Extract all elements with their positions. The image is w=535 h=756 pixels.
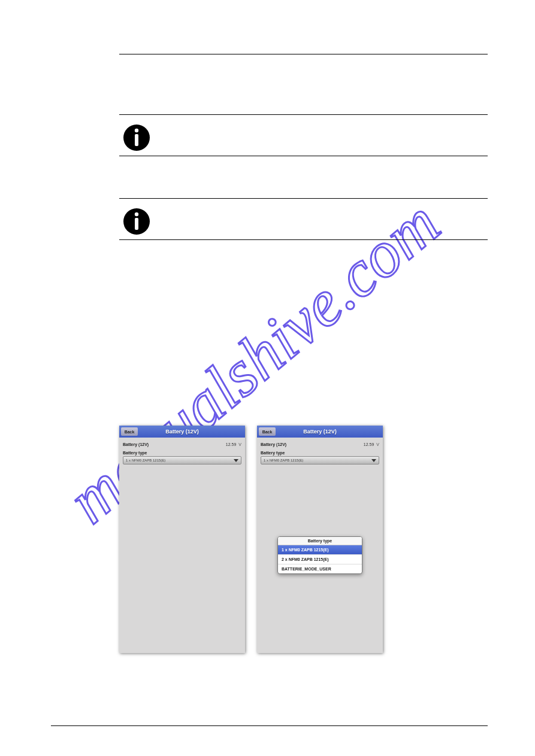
phone1-voltage-value: 12.59 (226, 442, 237, 447)
phone2-voltage-value: 12.59 (364, 442, 374, 447)
phone2-voltage-label: Battery (12V) (261, 442, 286, 447)
phone2-title: Battery (12V) (257, 429, 383, 435)
phone1-voltage-row: Battery (12V) 12.59 V (123, 440, 241, 448)
svg-point-1 (135, 129, 138, 132)
info-icon (122, 123, 151, 152)
phone2-batterytype-select[interactable]: 1 x NFM0 ZAPB 1215(E) (261, 456, 379, 464)
info-icon (122, 207, 151, 236)
popup-title: Battery type (278, 537, 362, 545)
back-button[interactable]: Back (259, 427, 276, 436)
phone1-batterytype-select[interactable]: 1 x NFM0 ZAPB 1215(E) (123, 456, 241, 464)
phone1-voltage-unit: V (238, 442, 241, 447)
chevron-down-icon (371, 459, 376, 462)
popup-item-3[interactable]: BATTERIE_MODE_USER (278, 564, 362, 573)
phone-screenshot-1: Back Battery (12V) Battery (12V) 12.59 V… (119, 426, 245, 653)
batterytype-popup: Battery type 1 x NFM0 ZAPB 1215(E) 2 x N… (277, 536, 362, 574)
phone2-select-value: 1 x NFM0 ZAPB 1215(E) (264, 459, 303, 462)
popup-item-1[interactable]: 1 x NFM0 ZAPB 1215(E) (278, 545, 362, 554)
popup-item-2[interactable]: 2 x NFM0 ZAPB 1215(E) (278, 554, 362, 564)
footer-separator (51, 725, 488, 726)
svg-rect-2 (135, 134, 138, 146)
back-button[interactable]: Back (121, 427, 138, 436)
phone-screenshot-2: Back Battery (12V) Battery (12V) 12.59 V… (257, 426, 383, 653)
svg-rect-5 (135, 218, 138, 230)
phone1-batterytype-label: Battery type (123, 451, 241, 455)
top-separator (119, 54, 488, 54)
phone2-voltage-unit: V (376, 442, 379, 447)
phone1-select-value: 1 x NFM0 ZAPB 1215(E) (126, 459, 165, 462)
phone1-title: Battery (12V) (119, 429, 245, 435)
phone2-batterytype-label: Battery type (261, 451, 379, 455)
phone1-voltage-label: Battery (12V) (123, 442, 149, 447)
phone2-titlebar: Back Battery (12V) (257, 426, 383, 438)
chevron-down-icon (234, 459, 238, 462)
screenshots-row: Back Battery (12V) Battery (12V) 12.59 V… (119, 426, 484, 653)
phone1-titlebar: Back Battery (12V) (119, 426, 245, 438)
phone2-voltage-row: Battery (12V) 12.59 V (261, 440, 379, 448)
note-block-2 (119, 198, 488, 240)
note-block-1 (119, 114, 488, 156)
svg-point-4 (135, 212, 138, 216)
